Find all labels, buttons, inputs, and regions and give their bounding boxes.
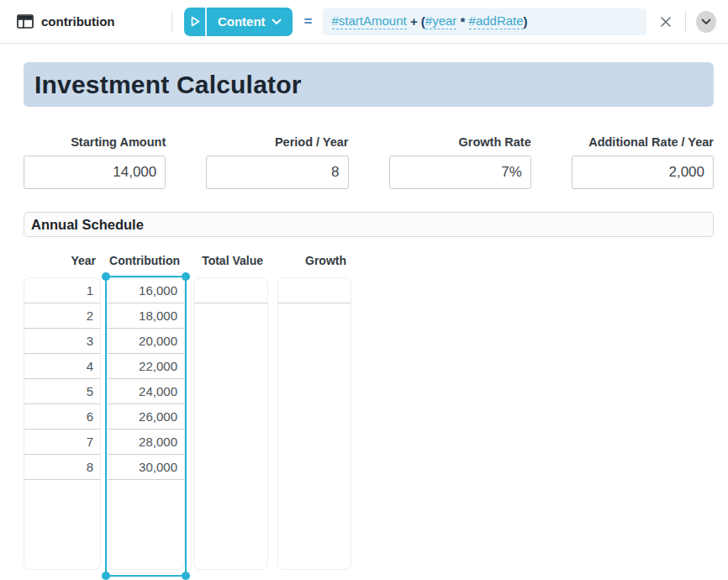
page-title: Investment Calculator	[34, 71, 302, 99]
content-dropdown-label: Content	[218, 14, 266, 29]
empty-cell[interactable]	[194, 278, 267, 303]
field-starting-amount: Starting Amount	[24, 135, 166, 189]
starting-amount-input[interactable]	[24, 156, 166, 189]
column-header-year: Year	[24, 252, 101, 269]
column-header-contribution: Contribution	[107, 252, 185, 269]
selection-handle-top-left[interactable]	[102, 272, 110, 281]
additional-rate-input[interactable]	[572, 156, 714, 189]
column-header-total-value: Total Value	[193, 252, 268, 269]
table-cell-year[interactable]: 6	[24, 404, 100, 430]
formula-token-ref: #startAmount	[332, 13, 407, 29]
selection-handle-bottom-right[interactable]	[182, 572, 190, 580]
empty-cell[interactable]	[278, 278, 351, 303]
divider	[171, 11, 172, 33]
table-cell-year[interactable]: 2	[24, 303, 100, 329]
play-icon	[189, 15, 201, 28]
selection-handle-bottom-left[interactable]	[102, 572, 110, 580]
formula-token-ref: #addRate	[469, 13, 524, 29]
period-year-input[interactable]	[206, 156, 348, 189]
canvas: Investment Calculator Starting Amount Pe…	[0, 62, 728, 580]
formula-input[interactable]: #startAmount + (#year * #addRate)	[323, 8, 646, 35]
table-column-headers: Year Contribution Total Value Growth	[24, 252, 714, 269]
table-icon	[17, 14, 34, 29]
annual-schedule-header[interactable]: Annual Schedule	[24, 212, 714, 237]
table-cell-year[interactable]: 8	[24, 455, 100, 480]
formula-token-op: *	[456, 14, 468, 29]
chevron-down-icon	[272, 18, 282, 25]
total-value-column[interactable]	[193, 277, 268, 570]
formula-token-ref: #year	[425, 13, 457, 29]
table-cell-contribution[interactable]: 26,000	[108, 404, 184, 430]
contribution-column-body: 16,00018,00020,00022,00024,00026,00028,0…	[108, 278, 184, 480]
field-label: Additional Rate / Year	[572, 135, 714, 149]
field-label: Starting Amount	[24, 135, 166, 149]
collapse-toolbar-button[interactable]	[696, 11, 716, 33]
section-title: Annual Schedule	[31, 217, 144, 233]
table-cell-year[interactable]: 1	[24, 278, 100, 303]
field-growth-rate: Growth Rate	[389, 135, 531, 189]
top-bar: contribution Content = #startAmount + (#…	[0, 0, 728, 44]
chevron-down-icon	[701, 18, 711, 25]
table-body: 12345678 16,00018,00020,00022,00024,0002…	[24, 277, 714, 580]
year-column-body: 12345678	[24, 278, 100, 480]
run-button[interactable]	[184, 8, 207, 36]
divider	[685, 11, 686, 33]
field-period-year: Period / Year	[206, 135, 348, 189]
close-formula-button[interactable]	[657, 12, 675, 32]
table-cell-contribution[interactable]: 20,000	[108, 329, 184, 354]
close-icon	[660, 16, 672, 28]
table-cell-year[interactable]: 4	[24, 354, 100, 379]
field-label: Growth Rate	[389, 135, 531, 149]
table-cell-contribution[interactable]: 30,000	[108, 455, 184, 480]
entity-title: contribution	[17, 14, 114, 29]
content-dropdown-button[interactable]: Content	[207, 8, 293, 36]
formula-token-op: )	[524, 14, 528, 29]
input-fields-row: Starting Amount Period / Year Growth Rat…	[24, 135, 714, 189]
selection-handle-top-right[interactable]	[182, 272, 190, 281]
table-cell-contribution[interactable]: 18,000	[108, 303, 184, 329]
entity-name: contribution	[41, 14, 114, 29]
content-button-group: Content	[184, 8, 292, 36]
page-title-banner[interactable]: Investment Calculator	[24, 62, 714, 107]
table-cell-year[interactable]: 7	[24, 430, 100, 455]
year-column[interactable]: 12345678	[24, 277, 101, 570]
field-additional-rate: Additional Rate / Year	[572, 135, 714, 189]
table-cell-contribution[interactable]: 16,000	[108, 278, 184, 303]
equals-sign: =	[304, 13, 313, 30]
table-cell-year[interactable]: 3	[24, 329, 100, 354]
growth-column[interactable]	[277, 277, 351, 570]
table-cell-contribution[interactable]: 28,000	[108, 430, 184, 455]
contribution-column[interactable]: 16,00018,00020,00022,00024,00026,00028,0…	[107, 277, 185, 570]
column-header-growth: Growth	[277, 252, 351, 269]
table-cell-year[interactable]: 5	[24, 379, 100, 404]
formula-token-op: + (	[407, 14, 425, 29]
growth-rate-input[interactable]	[389, 156, 531, 189]
table-cell-contribution[interactable]: 24,000	[108, 379, 184, 404]
field-label: Period / Year	[206, 135, 348, 149]
table-cell-contribution[interactable]: 22,000	[108, 354, 184, 379]
